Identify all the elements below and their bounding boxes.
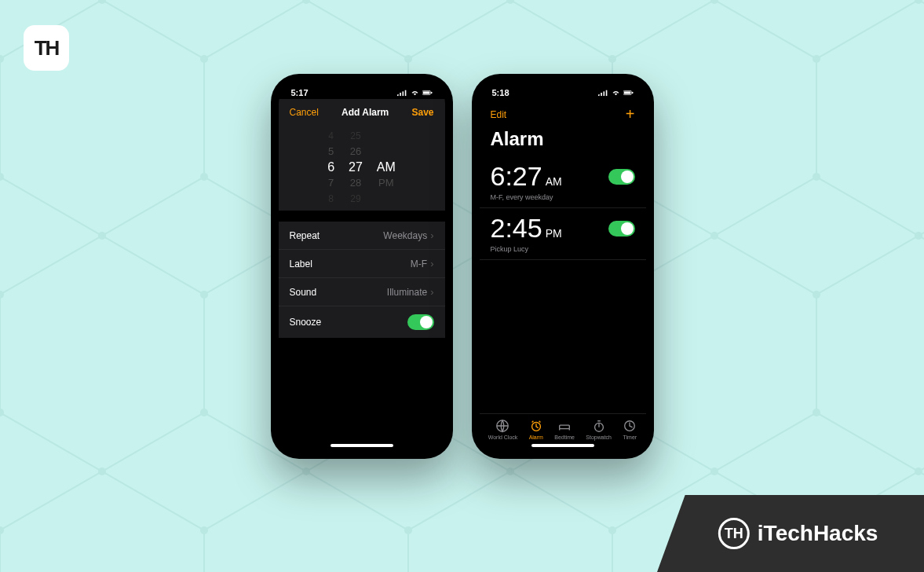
chevron-right-icon: › (430, 258, 433, 270)
alarm-icon (529, 419, 543, 433)
phone-right: 5:18 Edit + Alarm 6:27 AM M-F, (472, 74, 654, 459)
svg-rect-8 (400, 93, 401, 96)
alarm-ampm: AM (546, 175, 562, 188)
alarm-row[interactable]: 6:27 AM (480, 156, 646, 196)
time-picker[interactable]: 4 5 6 7 8 25 26 27 28 29 (279, 124, 445, 211)
battery-icon (422, 89, 433, 97)
watermark-brand-name: iTechHacks (758, 521, 878, 546)
edit-button[interactable]: Edit (491, 109, 507, 120)
hour-picker-column[interactable]: 4 5 6 7 8 (327, 128, 334, 207)
label-row[interactable]: Label M-F› (279, 250, 445, 278)
alarm-ampm: PM (546, 227, 562, 240)
minute-picker-column[interactable]: 25 26 27 28 29 (349, 128, 363, 207)
brand-logo-badge: TH (24, 25, 69, 71)
globe-icon (495, 419, 509, 433)
alarm-subtitle: M-F, every weekday (480, 193, 646, 208)
alarm-toggle[interactable] (608, 169, 635, 185)
status-icons (598, 89, 634, 97)
stopwatch-icon (592, 419, 606, 433)
svg-rect-16 (603, 91, 604, 96)
alarm-time: 2:45 (491, 213, 542, 244)
sound-label: Sound (290, 287, 317, 298)
svg-rect-9 (402, 91, 404, 96)
modal-title: Add Alarm (341, 107, 389, 118)
alarm-row[interactable]: 2:45 PM (480, 208, 646, 248)
label-label: Label (290, 258, 312, 270)
status-icons (397, 89, 433, 97)
repeat-row[interactable]: Repeat Weekdays› (279, 222, 445, 250)
svg-rect-10 (404, 90, 406, 96)
home-indicator[interactable] (531, 444, 594, 447)
ampm-picker-column[interactable]: AM PM (377, 128, 396, 207)
svg-rect-12 (422, 91, 429, 94)
sound-row[interactable]: Sound Illuminate› (279, 278, 445, 306)
wifi-icon (611, 89, 621, 97)
nav-header: Edit + (480, 99, 646, 126)
tab-bar: World Clock Alarm Bedtime Stopwatch Time… (480, 413, 646, 440)
tab-stopwatch[interactable]: Stopwatch (586, 419, 612, 440)
add-alarm-button[interactable]: + (626, 105, 635, 123)
brand-logo-text: TH (35, 36, 59, 60)
alarm-time: 6:27 (491, 161, 542, 192)
alarm-subtitle: Pickup Lucy (480, 245, 646, 260)
tab-world-clock[interactable]: World Clock (488, 419, 518, 440)
sound-value: Illuminate (387, 287, 427, 298)
snooze-toggle[interactable] (407, 314, 434, 330)
alarm-settings-list: Repeat Weekdays› Label M-F› Sound Illumi… (279, 222, 445, 338)
svg-rect-17 (605, 90, 607, 96)
snooze-label: Snooze (290, 317, 322, 328)
status-time: 5:18 (492, 88, 509, 97)
page-title: Alarm (480, 126, 646, 156)
notch (524, 82, 602, 97)
snooze-row: Snooze (279, 306, 445, 338)
timer-icon (623, 419, 637, 433)
status-time: 5:17 (291, 88, 309, 97)
tab-alarm[interactable]: Alarm (529, 419, 543, 440)
watermark-bar: TH iTechHacks (657, 495, 924, 572)
phone-left: 5:17 Cancel Add Alarm Save 4 (271, 74, 453, 459)
svg-rect-13 (431, 92, 432, 94)
chevron-right-icon: › (430, 286, 433, 298)
chevron-right-icon: › (430, 229, 433, 241)
tab-timer[interactable]: Timer (623, 419, 637, 440)
notch (323, 82, 401, 97)
cancel-button[interactable]: Cancel (290, 107, 319, 118)
modal-header: Cancel Add Alarm Save (279, 99, 445, 124)
home-indicator[interactable] (331, 444, 393, 447)
svg-rect-20 (632, 92, 633, 94)
watermark-logo-icon: TH (718, 518, 750, 549)
svg-rect-15 (601, 93, 602, 96)
bed-icon (557, 419, 572, 433)
repeat-value: Weekdays (383, 230, 427, 241)
svg-rect-23 (560, 425, 570, 429)
svg-rect-19 (623, 91, 630, 94)
wifi-icon (410, 89, 420, 97)
phone-stage: 5:17 Cancel Add Alarm Save 4 (271, 74, 654, 459)
battery-icon (623, 89, 634, 97)
repeat-label: Repeat (290, 230, 320, 241)
tab-bedtime[interactable]: Bedtime (554, 419, 575, 440)
save-button[interactable]: Save (411, 107, 433, 118)
alarm-toggle[interactable] (608, 221, 635, 236)
label-value: M-F (411, 258, 427, 270)
